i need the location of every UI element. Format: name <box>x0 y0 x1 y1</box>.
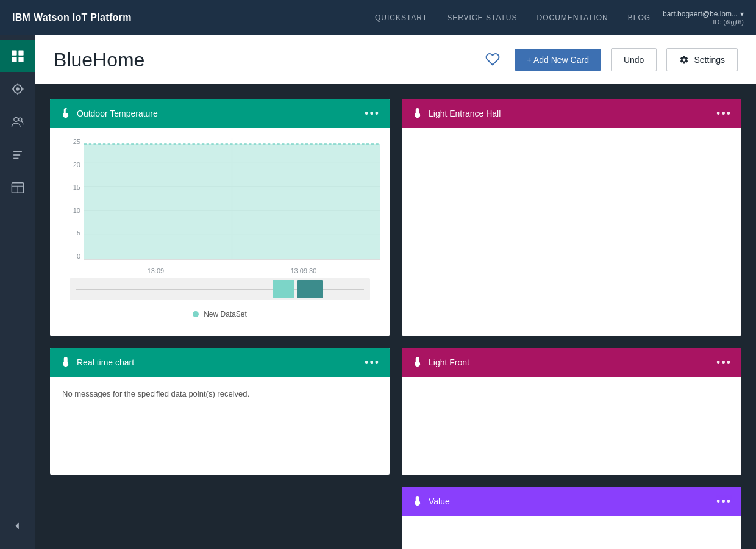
legend-dot <box>193 311 199 317</box>
nav-links: QUICKSTART SERVICE STATUS DOCUMENTATION … <box>375 13 651 22</box>
scroll-range[interactable] <box>70 278 370 300</box>
sidebar-item-boards[interactable] <box>0 172 35 204</box>
outdoor-temp-card: Outdoor Temperature ••• 25 20 15 10 5 0 <box>50 99 390 336</box>
svg-point-7 <box>18 118 22 121</box>
realtime-body: No messages for the specified data point… <box>50 377 390 475</box>
y-label-10: 10 <box>73 207 80 214</box>
rules-icon <box>11 148 24 162</box>
legend-label: New DataSet <box>204 310 247 318</box>
light-front-body <box>402 377 741 475</box>
sidebar-item-devices[interactable] <box>0 73 35 105</box>
page-header: BlueHome + Add New Card Undo Settings <box>35 35 756 84</box>
outdoor-temp-title: Outdoor Temperature <box>77 109 358 118</box>
user-email: bart.bogaert@be.ibm... ▾ <box>663 10 744 18</box>
light-entrance-body <box>402 128 741 226</box>
y-label-25: 25 <box>73 138 80 145</box>
y-label-0: 0 <box>77 253 80 260</box>
cards-grid: Outdoor Temperature ••• 25 20 15 10 5 0 <box>35 84 756 549</box>
svg-point-5 <box>16 87 20 91</box>
light-front-card: Light Front ••• <box>402 348 741 475</box>
card-widget-icon <box>60 108 71 119</box>
realtime-card-header: Real time chart ••• <box>50 348 390 377</box>
sidebar-item-rules[interactable] <box>0 139 35 171</box>
members-icon <box>11 115 24 129</box>
scroll-bar-dark <box>297 280 323 298</box>
card-widget-icon-5 <box>412 496 423 507</box>
svg-rect-0 <box>12 50 16 55</box>
sidebar-item-dashboard[interactable] <box>0 40 35 72</box>
chart-area: 25 20 15 10 5 0 <box>50 128 390 336</box>
realtime-title: Real time chart <box>77 357 358 367</box>
value-card: Value ••• <box>402 487 741 549</box>
favorite-button[interactable] <box>480 47 505 73</box>
value-body <box>402 516 741 549</box>
chart-container: 25 20 15 10 5 0 <box>60 138 380 278</box>
outdoor-temp-menu[interactable]: ••• <box>365 107 380 120</box>
sidebar-collapse-button[interactable] <box>0 515 35 537</box>
value-menu[interactable]: ••• <box>716 495 732 508</box>
card-widget-icon-2 <box>412 108 423 119</box>
svg-point-6 <box>14 117 18 121</box>
value-title: Value <box>429 497 710 506</box>
brand-name-plain: IBM Watson <box>12 12 73 23</box>
svg-rect-2 <box>12 57 16 62</box>
brand-logo: IBM Watson IoT Platform <box>12 12 132 23</box>
brand-name-bold: IoT <box>73 12 88 23</box>
nav-blog[interactable]: BLOG <box>628 13 651 22</box>
y-label-15: 15 <box>73 184 80 191</box>
svg-marker-22 <box>84 144 380 259</box>
collapse-icon <box>12 520 23 531</box>
light-front-title: Light Front <box>429 357 710 367</box>
undo-button[interactable]: Undo <box>611 48 657 71</box>
page-title: BlueHome <box>54 49 471 71</box>
light-entrance-title: Light Entrance Hall <box>429 109 710 118</box>
card-widget-icon-4 <box>412 357 423 368</box>
light-entrance-header: Light Entrance Hall ••• <box>402 99 741 128</box>
settings-label: Settings <box>694 55 725 65</box>
chart-y-axis: 25 20 15 10 5 0 <box>60 138 84 260</box>
x-label-130930: 13:09:30 <box>291 267 317 274</box>
svg-rect-3 <box>18 57 23 62</box>
svg-rect-1 <box>18 50 23 55</box>
dropdown-icon[interactable]: ▾ <box>740 10 744 18</box>
light-front-menu[interactable]: ••• <box>716 356 732 369</box>
main-content: BlueHome + Add New Card Undo Settings Ou… <box>35 35 756 549</box>
light-entrance-menu[interactable]: ••• <box>716 107 732 120</box>
user-id: ID: (i9gjt6) <box>713 18 744 26</box>
top-navigation: IBM Watson IoT Platform QUICKSTART SERVI… <box>0 0 756 35</box>
add-card-button[interactable]: + Add New Card <box>515 49 601 71</box>
outdoor-temp-card-header: Outdoor Temperature ••• <box>50 99 390 128</box>
chart-plot <box>84 138 380 260</box>
scroll-bar-teal <box>273 280 294 298</box>
chart-legend: New DataSet <box>60 310 380 326</box>
chart-x-labels: 13:09 13:09:30 <box>84 264 380 278</box>
devices-icon <box>11 82 24 96</box>
dashboard-icon <box>11 49 24 63</box>
realtime-menu[interactable]: ••• <box>365 356 380 369</box>
chart-svg <box>84 138 380 259</box>
y-label-5: 5 <box>77 229 80 237</box>
y-label-20: 20 <box>73 161 80 168</box>
realtime-card: Real time chart ••• No messages for the … <box>50 348 390 475</box>
nav-documentation[interactable]: DOCUMENTATION <box>537 13 608 22</box>
settings-gear-icon <box>679 55 689 65</box>
nav-service-status[interactable]: SERVICE STATUS <box>447 13 517 22</box>
scroll-handle <box>273 278 333 300</box>
x-label-1309: 13:09 <box>148 267 165 274</box>
value-card-header: Value ••• <box>402 487 741 516</box>
light-front-header: Light Front ••• <box>402 348 741 377</box>
settings-button[interactable]: Settings <box>666 48 738 71</box>
brand-name-rest: Platform <box>88 12 132 23</box>
light-entrance-card: Light Entrance Hall ••• <box>402 99 741 336</box>
nav-quickstart[interactable]: QUICKSTART <box>375 13 427 22</box>
user-info: bart.bogaert@be.ibm... ▾ ID: (i9gjt6) <box>663 10 744 26</box>
sidebar-item-members[interactable] <box>0 106 35 138</box>
sidebar <box>0 35 35 549</box>
realtime-empty-message: No messages for the specified data point… <box>62 389 377 398</box>
card-widget-icon-3 <box>60 357 71 368</box>
heart-icon <box>485 52 500 66</box>
boards-icon <box>11 181 24 195</box>
svg-marker-14 <box>15 523 18 529</box>
